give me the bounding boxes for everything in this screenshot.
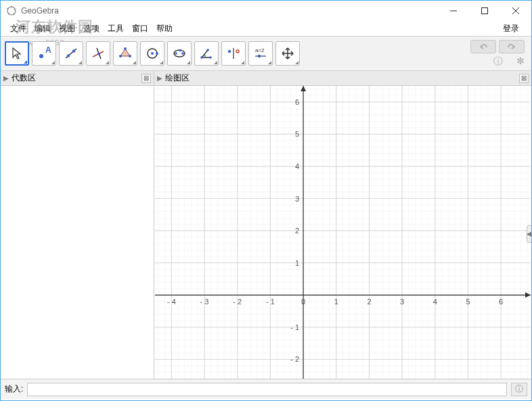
menu-tools[interactable]: 工具 [104, 22, 128, 36]
svg-text:6: 6 [499, 298, 503, 306]
polygon-tool[interactable] [113, 41, 137, 66]
svg-line-9 [512, 7, 519, 14]
svg-text:2: 2 [295, 227, 299, 235]
svg-point-37 [258, 55, 261, 57]
svg-rect-7 [482, 8, 488, 14]
algebra-panel: ▶ 代数区 ⊠ [1, 71, 154, 379]
svg-text:- 3: - 3 [200, 298, 209, 306]
graphics-view[interactable]: - 4- 3- 2- 10123456- 2- 1123456 [154, 86, 531, 379]
app-icon [6, 5, 17, 16]
svg-point-34 [236, 50, 239, 53]
svg-text:5: 5 [466, 298, 470, 306]
menu-help[interactable]: 帮助 [152, 22, 177, 36]
help-icon[interactable]: ⓘ [493, 55, 503, 68]
svg-point-20 [129, 55, 131, 57]
svg-text:3: 3 [400, 298, 404, 306]
close-button[interactable] [500, 1, 531, 21]
undo-button[interactable] [470, 40, 496, 53]
algebra-body[interactable] [1, 86, 154, 379]
ellipse-tool[interactable] [167, 41, 192, 66]
minimize-button[interactable] [438, 1, 469, 21]
svg-point-4 [8, 13, 9, 14]
svg-point-30 [209, 56, 212, 59]
maximize-button[interactable] [469, 1, 500, 21]
svg-point-1 [11, 6, 12, 7]
svg-text:1: 1 [334, 298, 338, 306]
svg-text:- 1: - 1 [266, 298, 275, 306]
graphics-title: 绘图区 [165, 72, 190, 84]
svg-text:3: 3 [295, 195, 299, 203]
svg-text:A: A [45, 46, 51, 55]
svg-point-24 [156, 52, 158, 55]
input-help-icon[interactable]: ⓘ [511, 383, 527, 396]
svg-point-21 [119, 55, 122, 57]
menu-window[interactable]: 窗口 [128, 22, 152, 36]
input-field[interactable] [27, 383, 507, 396]
algebra-collapse-icon[interactable]: ▶ [3, 74, 9, 82]
window-title: GeoGebra [21, 6, 438, 16]
svg-text:- 4: - 4 [167, 298, 176, 306]
svg-point-10 [39, 54, 43, 58]
svg-point-13 [67, 54, 70, 57]
svg-text:5: 5 [295, 130, 299, 138]
svg-point-33 [228, 50, 231, 53]
toolbar: A a=2 ⓘ [1, 36, 531, 71]
svg-point-19 [124, 47, 127, 50]
settings-icon[interactable]: ✻ [516, 55, 525, 68]
svg-text:a=2: a=2 [255, 47, 265, 53]
svg-text:1: 1 [295, 259, 299, 267]
graphics-close-icon[interactable]: ⊠ [519, 74, 529, 83]
svg-text:- 1: - 1 [290, 323, 299, 331]
move-tool[interactable] [5, 41, 29, 66]
graphics-panel: ▶ 绘图区 ⊠ - 4- 3- 2- 10123456- 2- 1123456 [154, 71, 531, 379]
perpendicular-tool[interactable] [86, 41, 110, 66]
redo-button[interactable] [499, 40, 525, 53]
svg-point-3 [13, 14, 14, 15]
menu-edit[interactable]: 编辑 [30, 22, 55, 36]
side-panel-toggle[interactable]: ◀ [527, 225, 532, 243]
svg-point-27 [181, 52, 184, 55]
menu-options[interactable]: 选项 [79, 22, 104, 36]
svg-line-8 [512, 7, 519, 14]
svg-point-17 [97, 53, 100, 55]
slider-tool[interactable]: a=2 [248, 41, 273, 66]
reflect-tool[interactable] [221, 41, 246, 66]
move-view-tool[interactable] [275, 41, 300, 66]
svg-point-29 [200, 56, 203, 59]
svg-point-14 [72, 49, 75, 52]
svg-text:6: 6 [295, 98, 299, 106]
angle-tool[interactable] [194, 41, 219, 66]
menu-file[interactable]: 文件 [6, 22, 30, 36]
login-link[interactable]: 登录 [496, 22, 526, 36]
svg-text:- 2: - 2 [290, 355, 299, 363]
graphics-collapse-icon[interactable]: ▶ [157, 74, 162, 82]
svg-point-26 [175, 52, 177, 55]
svg-text:4: 4 [433, 298, 437, 306]
menu-view[interactable]: 视图 [55, 22, 79, 36]
algebra-title: 代数区 [12, 72, 36, 84]
algebra-close-icon[interactable]: ⊠ [141, 74, 151, 83]
menubar: 文件 编辑 视图 选项 工具 窗口 帮助 登录 [1, 21, 531, 36]
svg-point-23 [151, 52, 154, 55]
svg-text:4: 4 [295, 162, 299, 170]
svg-text:- 2: - 2 [233, 298, 242, 306]
svg-point-5 [7, 8, 8, 9]
svg-text:0: 0 [301, 298, 305, 306]
line-tool[interactable] [59, 41, 83, 66]
point-tool[interactable]: A [32, 41, 56, 66]
svg-point-31 [206, 49, 209, 51]
svg-point-28 [179, 49, 181, 52]
input-label: 输入: [5, 383, 23, 395]
svg-text:2: 2 [367, 298, 371, 306]
svg-point-2 [14, 9, 16, 10]
circle-tool[interactable] [140, 41, 164, 66]
